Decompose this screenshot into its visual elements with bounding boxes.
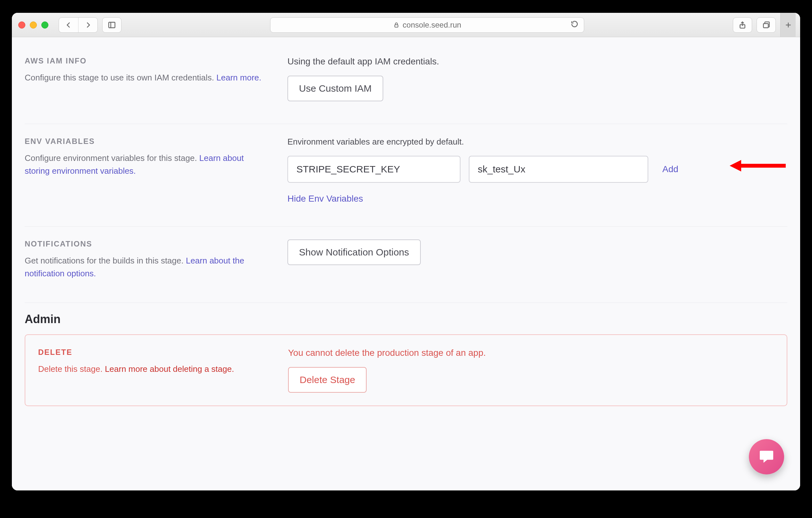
page-content: AWS IAM INFO Configure this stage to use… [12,37,800,490]
back-button[interactable] [59,18,78,32]
section-notifications: NOTIFICATIONS Get notifications for the … [25,227,787,303]
notif-desc: Get notifications for the builds in this… [25,254,268,280]
env-key-input[interactable] [287,156,461,183]
svg-rect-4 [763,23,768,28]
admin-heading: Admin [25,313,787,326]
chat-icon [757,448,776,466]
address-bar[interactable]: console.seed.run [270,17,584,33]
tabs-button[interactable] [757,17,776,33]
delete-stage-button[interactable]: Delete Stage [288,367,367,393]
share-button[interactable] [733,17,752,33]
delete-title: DELETE [38,348,269,357]
iam-learn-link[interactable]: Learn more. [216,73,261,82]
env-add-link[interactable]: Add [662,164,678,174]
nav-back-forward [59,17,98,33]
forward-button[interactable] [78,18,97,32]
browser-window: console.seed.run AWS IAM INFO C [12,13,800,490]
hide-env-link[interactable]: Hide Env Variables [287,194,363,204]
use-custom-iam-button[interactable]: Use Custom IAM [287,76,383,101]
svg-rect-0 [109,22,115,28]
chat-fab[interactable] [749,439,784,474]
delete-lead: You cannot delete the production stage o… [288,348,774,358]
notif-title: NOTIFICATIONS [25,239,268,249]
iam-title: AWS IAM INFO [25,56,268,65]
sidebar-icon [108,21,116,29]
env-desc-text: Configure environment variables for this… [25,153,199,163]
reload-button[interactable] [570,20,579,30]
titlebar: console.seed.run [12,13,800,37]
new-tab-button[interactable] [780,13,796,37]
address-bar-text: console.seed.run [403,21,461,29]
delete-panel: DELETE Delete this stage. Learn more abo… [25,334,787,406]
sidebar-toggle-button[interactable] [102,17,121,33]
iam-desc: Configure this stage to use its own IAM … [25,71,268,84]
minimize-window-icon[interactable] [30,22,37,29]
iam-desc-text: Configure this stage to use its own IAM … [25,73,216,82]
env-desc: Configure environment variables for this… [25,152,268,178]
share-icon [738,21,747,29]
section-iam: AWS IAM INFO Configure this stage to use… [25,53,787,124]
svg-rect-2 [395,25,398,27]
delete-desc: Delete this stage. Learn more about dele… [38,363,269,375]
plus-icon [784,21,792,29]
env-title: ENV VARIABLES [25,137,268,146]
show-notification-options-button[interactable]: Show Notification Options [287,239,421,265]
delete-desc-text: Delete this stage. [38,364,105,374]
chevron-right-icon [84,21,92,29]
tabs-icon [762,21,770,29]
maximize-window-icon[interactable] [41,22,48,29]
traffic-lights [18,22,48,29]
reload-icon [570,20,579,28]
delete-learn-link[interactable]: Learn more about deleting a stage. [105,364,234,374]
lock-icon [393,22,400,28]
env-lead: Environment variables are encrypted by d… [287,137,787,147]
chevron-left-icon [64,21,73,29]
env-value-input[interactable] [469,156,648,183]
iam-lead: Using the default app IAM credentials. [287,56,787,67]
close-window-icon[interactable] [18,22,25,29]
notif-desc-text: Get notifications for the builds in this… [25,256,186,265]
section-env: ENV VARIABLES Configure environment vari… [25,124,787,227]
env-var-row: Add [287,156,787,183]
